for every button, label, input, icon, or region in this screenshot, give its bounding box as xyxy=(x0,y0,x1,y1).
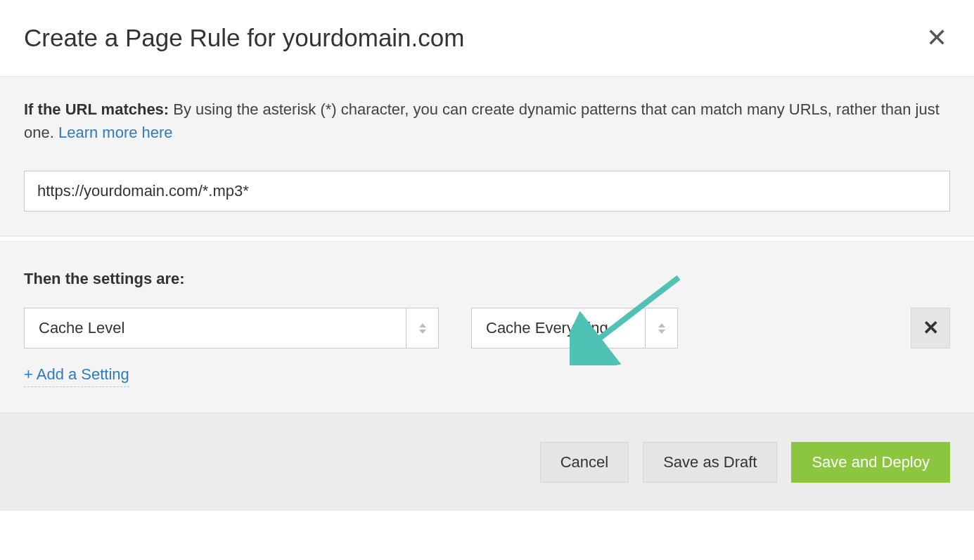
url-match-section: If the URL matches: By using the asteris… xyxy=(0,76,974,236)
setting-row: Cache Level Cache Everything ✕ xyxy=(24,308,950,349)
remove-setting-button[interactable]: ✕ xyxy=(911,308,950,349)
stepper-icon xyxy=(406,308,438,348)
setting-value-text: Cache Everything xyxy=(472,319,645,337)
url-match-description: If the URL matches: By using the asteris… xyxy=(24,98,950,144)
add-setting-link[interactable]: + Add a Setting xyxy=(24,365,129,387)
modal-title: Create a Page Rule for yourdomain.com xyxy=(24,24,464,52)
url-pattern-input[interactable] xyxy=(24,171,950,211)
close-icon[interactable]: ✕ xyxy=(923,25,950,51)
close-icon: ✕ xyxy=(923,318,939,338)
setting-value-select[interactable]: Cache Everything xyxy=(471,308,678,349)
section-divider xyxy=(0,236,974,242)
settings-label: Then the settings are: xyxy=(24,270,950,288)
settings-section: Then the settings are: Cache Level Cache… xyxy=(0,242,974,413)
url-match-label: If the URL matches: xyxy=(24,100,169,118)
setting-type-select[interactable]: Cache Level xyxy=(24,308,439,349)
save-deploy-button[interactable]: Save and Deploy xyxy=(791,442,950,483)
modal-footer: Cancel Save as Draft Save and Deploy xyxy=(0,413,974,511)
learn-more-link[interactable]: Learn more here xyxy=(58,124,173,141)
setting-type-value: Cache Level xyxy=(25,319,406,337)
cancel-button[interactable]: Cancel xyxy=(540,442,629,483)
save-draft-button[interactable]: Save as Draft xyxy=(643,442,777,483)
stepper-icon xyxy=(645,308,677,348)
